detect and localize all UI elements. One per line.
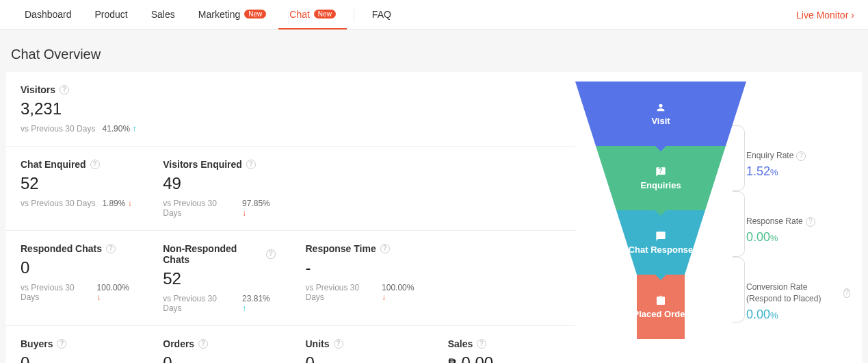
live-monitor-link[interactable]: Live Monitor › [796, 10, 854, 21]
metric-value: 0 [21, 353, 133, 363]
info-icon[interactable]: ? [246, 160, 256, 169]
metric-label: Response Time [306, 243, 376, 254]
rate-value: 0.00 [746, 308, 770, 321]
tab-chat[interactable]: Chat New [278, 1, 347, 29]
tab-label: Chat [289, 9, 310, 20]
page-title: Chat Overview [5, 30, 863, 72]
metric-visitors-enquired[interactable]: Visitors Enquired? 49 vs Previous 30 Day… [148, 147, 290, 230]
rate-value: 1.52 [746, 164, 770, 178]
funnel-label: Visit [651, 116, 670, 126]
funnel-step-visit: Visit [575, 82, 746, 146]
chat-icon [655, 231, 666, 242]
metric-label: Units [306, 338, 330, 349]
funnel-label: Placed Order [633, 309, 689, 319]
arrow-down-icon: ↓ [242, 208, 246, 218]
badge-new: New [244, 10, 266, 18]
metric-nonresponded-chats[interactable]: Non-Responded Chats? 52 vs Previous 30 D… [148, 231, 290, 325]
rate-label: Response Rate [746, 216, 803, 227]
metric-delta: 100.00% [97, 283, 129, 292]
rate-pct: % [770, 310, 778, 321]
funnel-chart: Visit Enquiries Chat Response Placed Ord… [575, 72, 746, 363]
metric-value: 0.00 [461, 353, 493, 363]
metric-delta: 23.81% [242, 294, 270, 303]
currency-symbol: ₱ [448, 356, 457, 363]
metric-responded-chats[interactable]: Responded Chats? 0 vs Previous 30 Days10… [5, 231, 148, 325]
metric-label: Responded Chats [21, 243, 102, 254]
metric-value: 52 [163, 269, 275, 288]
info-icon[interactable]: ? [198, 339, 208, 349]
overview-card: Visitors? 3,231 vs Previous 30 Days41.90… [5, 72, 863, 363]
tab-sales[interactable]: Sales [140, 1, 186, 29]
metric-label: Non-Responded Chats [163, 243, 262, 265]
rate-conversion: Conversion Rate (Respond to Placed) ? 0.… [746, 281, 850, 322]
metric-value: - [306, 258, 418, 277]
rate-label: Enquiry Rate [746, 150, 793, 162]
metric-label: Buyers [21, 338, 53, 349]
metric-value: 0 [163, 353, 275, 363]
top-nav: Dashboard Product Sales Marketing New Ch… [14, 1, 796, 29]
metric-label: Sales [448, 338, 473, 349]
info-icon[interactable]: ? [380, 244, 390, 253]
arrow-up-icon: ↑ [132, 124, 136, 134]
metric-label: Chat Enquired [21, 159, 86, 170]
rate-pct: % [770, 233, 778, 243]
compare-label: vs Previous 30 Days [21, 124, 95, 134]
person-icon [655, 102, 666, 113]
compare-label: vs Previous 30 Days [21, 199, 95, 208]
compare-label: vs Previous 30 Days [21, 283, 90, 302]
chat-question-icon [655, 166, 666, 177]
metric-value: 0 [21, 258, 133, 277]
metric-visitors[interactable]: Visitors? 3,231 vs Previous 30 Days41.90… [5, 72, 575, 146]
funnel-rates: Enquiry Rate ? 1.52% Response Rate ? 0.0… [746, 72, 863, 363]
funnel-step-chat-response: Chat Response [575, 210, 746, 275]
arrow-up-icon: ↑ [242, 303, 246, 313]
metric-label: Visitors Enquired [163, 159, 242, 170]
compare-label: vs Previous 30 Days [163, 199, 235, 218]
metric-delta: 100.00% [382, 283, 414, 292]
rate-enquiry: Enquiry Rate ? 1.52% [746, 150, 850, 179]
rate-value: 0.00 [746, 230, 770, 244]
metric-units[interactable]: Units? 0 vs Previous 30 Days0.00% [291, 326, 433, 363]
tab-label: FAQ [372, 9, 391, 20]
metric-buyers[interactable]: Buyers? 0 vs Previous 30 Days0.00% [5, 326, 148, 363]
chevron-right-icon: › [851, 10, 854, 21]
info-icon[interactable]: ? [57, 339, 66, 349]
clipboard-icon [655, 295, 666, 306]
tab-dashboard[interactable]: Dashboard [14, 1, 83, 29]
tab-product[interactable]: Product [84, 1, 139, 29]
rate-label: Conversion Rate (Respond to Placed) [746, 281, 841, 305]
metric-chat-enquired[interactable]: Chat Enquired? 52 vs Previous 30 Days1.8… [5, 147, 148, 230]
funnel-label: Chat Response [629, 245, 694, 255]
rate-response: Response Rate ? 0.00% [746, 216, 850, 245]
info-icon[interactable]: ? [334, 339, 343, 349]
info-icon[interactable]: ? [266, 249, 276, 259]
tab-label: Marketing [198, 9, 240, 20]
metric-label: Orders [163, 338, 194, 349]
rate-pct: % [770, 167, 778, 177]
metric-delta: 41.90% [102, 124, 130, 134]
tab-faq[interactable]: FAQ [361, 1, 402, 29]
nav-separator [354, 9, 354, 21]
info-icon[interactable]: ? [843, 288, 850, 298]
metric-delta: 1.89% [102, 199, 125, 208]
metric-response-time[interactable]: Response Time? - vs Previous 30 Days100.… [291, 231, 433, 325]
metric-delta: 97.85% [242, 199, 270, 208]
info-icon[interactable]: ? [106, 244, 116, 253]
tab-label: Dashboard [25, 9, 72, 20]
metric-value: 3,231 [21, 99, 560, 118]
tab-label: Sales [151, 9, 175, 20]
arrow-down-icon: ↓ [128, 199, 132, 208]
arrow-down-icon: ↓ [382, 292, 386, 302]
info-icon[interactable]: ? [806, 217, 815, 227]
metric-sales[interactable]: Sales? ₱ 0.00 vs Previous 30 Days0.00% [433, 326, 575, 363]
compare-label: vs Previous 30 Days [306, 283, 376, 302]
live-monitor-label: Live Monitor [796, 10, 848, 21]
info-icon[interactable]: ? [90, 160, 100, 169]
info-icon[interactable]: ? [796, 151, 806, 161]
tab-marketing[interactable]: Marketing New [187, 1, 277, 29]
info-icon[interactable]: ? [477, 339, 486, 349]
funnel-step-enquiries: Enquiries [575, 146, 746, 210]
compare-label: vs Previous 30 Days [163, 294, 235, 313]
info-icon[interactable]: ? [60, 85, 69, 95]
metric-orders[interactable]: Orders? 0 vs Previous 30 Days0.00% [148, 326, 290, 363]
